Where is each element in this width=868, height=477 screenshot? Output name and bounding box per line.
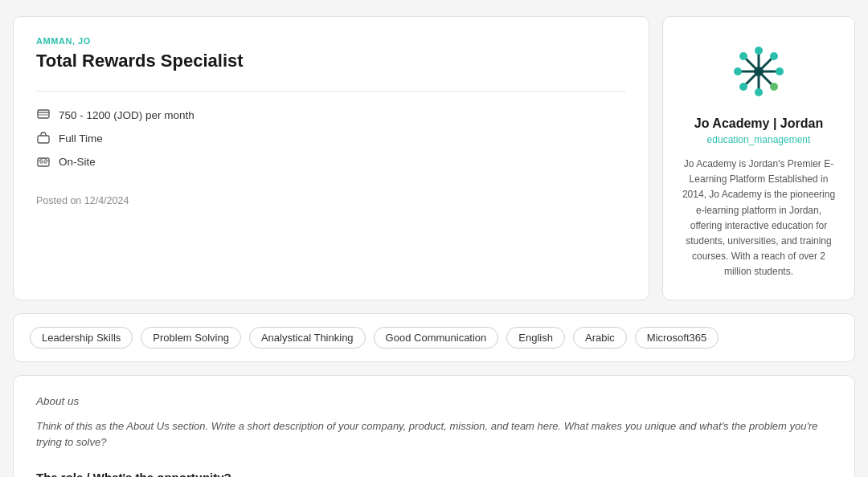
role-heading: The role / What's the opportunity? (36, 471, 832, 477)
svg-rect-4 (38, 158, 49, 166)
job-card: AMMAN, JO Total Rewards Specialist 750 -… (13, 16, 649, 300)
svg-line-18 (745, 71, 759, 85)
top-section: AMMAN, JO Total Rewards Specialist 750 -… (13, 16, 855, 300)
tag-english[interactable]: English (506, 327, 565, 349)
about-section: About us Think of this as the About Us s… (13, 375, 855, 478)
tag-analytical-thinking[interactable]: Analystical Thinking (249, 327, 366, 349)
salary-value: 750 - 1200 (JOD) per month (59, 109, 194, 121)
svg-point-9 (755, 47, 763, 55)
job-type-value: Full Time (59, 132, 103, 145)
tags-section: Leadership Skills Problem Solving Analys… (13, 313, 855, 362)
work-mode-icon (36, 154, 51, 169)
svg-point-13 (776, 67, 784, 75)
company-name: Jo Academy | Jordan (694, 116, 823, 131)
tag-arabic[interactable]: Arabic (573, 327, 627, 349)
job-title: Total Rewards Specialist (36, 51, 626, 71)
svg-line-22 (745, 58, 759, 71)
tag-leadership-skills[interactable]: Leadership Skills (30, 327, 133, 349)
svg-rect-5 (40, 161, 43, 163)
tag-problem-solving[interactable]: Problem Solving (141, 327, 241, 349)
divider (36, 91, 626, 92)
job-type-icon (36, 131, 51, 146)
svg-rect-6 (44, 161, 47, 163)
job-details: 750 - 1200 (JOD) per month Full Time (36, 108, 626, 169)
location-label: AMMAN, JO (36, 36, 626, 46)
svg-point-19 (739, 83, 747, 91)
svg-line-14 (759, 71, 772, 85)
tag-good-communication[interactable]: Good Communication (374, 327, 499, 349)
salary-icon (36, 108, 51, 123)
posted-date: Posted on 12/4/2024 (36, 195, 626, 206)
work-mode-value: On-Site (59, 156, 96, 168)
company-category: education_management (707, 134, 811, 145)
tag-microsoft365[interactable]: Microsoft365 (635, 327, 719, 349)
work-mode-row: On-Site (36, 154, 626, 169)
company-description: Jo Academy is Jordan's Premier E-Learnin… (679, 157, 838, 280)
about-placeholder: Think of this as the About Us section. W… (36, 418, 832, 452)
svg-point-11 (770, 52, 778, 60)
about-label: About us (36, 395, 832, 407)
page-wrapper: AMMAN, JO Total Rewards Specialist 750 -… (0, 0, 868, 477)
company-logo (727, 39, 791, 104)
svg-point-21 (734, 67, 742, 75)
svg-rect-0 (38, 110, 49, 118)
salary-row: 750 - 1200 (JOD) per month (36, 108, 626, 123)
svg-rect-3 (38, 136, 49, 143)
svg-line-10 (759, 58, 772, 71)
svg-point-15 (770, 83, 778, 91)
job-type-row: Full Time (36, 131, 626, 146)
svg-point-17 (755, 88, 763, 96)
svg-point-23 (739, 52, 747, 60)
company-card: Jo Academy | Jordan education_management… (662, 16, 855, 300)
